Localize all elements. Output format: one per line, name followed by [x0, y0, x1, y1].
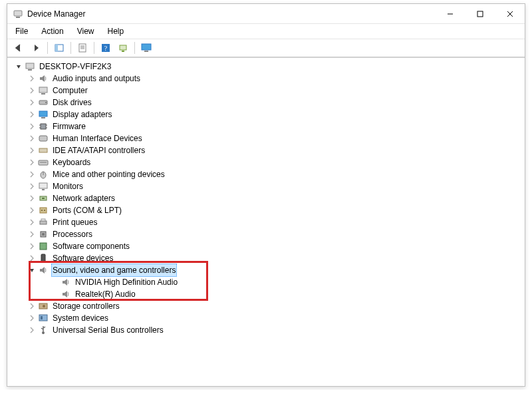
chevron-right-icon[interactable]	[27, 146, 37, 155]
chevron-right-icon[interactable]	[27, 218, 37, 227]
svg-point-43	[44, 210, 45, 211]
tree-category[interactable]: IDE ATA/ATAPI controllers	[11, 144, 521, 156]
tree-category[interactable]: Software components	[11, 240, 521, 252]
tree-category-label: Network adapters	[51, 192, 116, 204]
chevron-right-icon[interactable]	[27, 182, 37, 191]
menu-help[interactable]: Help	[102, 25, 130, 37]
tree-category[interactable]: Monitors	[11, 180, 521, 192]
maximize-button[interactable]	[465, 4, 495, 24]
chevron-right-icon[interactable]	[27, 325, 37, 335]
svg-point-54	[42, 331, 45, 334]
properties-button[interactable]	[75, 41, 90, 55]
chevron-right-icon[interactable]	[27, 86, 37, 95]
svg-rect-24	[39, 111, 47, 116]
tree-category[interactable]: Mice and other pointing devices	[11, 168, 521, 180]
tree-category[interactable]: Ports (COM & LPT)	[11, 204, 521, 216]
svg-rect-20	[39, 87, 47, 93]
svg-rect-25	[41, 117, 45, 118]
svg-rect-53	[41, 316, 43, 319]
chevron-right-icon[interactable]	[27, 230, 37, 239]
tree-category[interactable]: System devices	[11, 312, 521, 324]
menu-action[interactable]: Action	[36, 25, 68, 37]
forward-button[interactable]	[29, 41, 43, 55]
svg-rect-40	[42, 198, 45, 199]
category-icon	[38, 205, 49, 216]
tree-category[interactable]: Audio inputs and outputs	[11, 73, 521, 85]
menu-file[interactable]: File	[10, 25, 33, 37]
chevron-right-icon[interactable]	[27, 170, 37, 179]
tree-category-label: IDE ATA/ATAPI controllers	[51, 144, 146, 156]
tree-category[interactable]: Network adapters	[11, 192, 521, 204]
tree-category-label: System devices	[51, 312, 110, 324]
tree-category[interactable]: Storage controllers	[11, 300, 521, 312]
chevron-right-icon[interactable]	[27, 74, 37, 83]
tree-device-label: Realtek(R) Audio	[74, 288, 137, 300]
tree-category[interactable]: Print queues	[11, 216, 521, 228]
tree-category[interactable]: Sound, video and game controllers	[11, 264, 521, 276]
tree-device[interactable]: NVIDIA High Definition Audio	[11, 276, 521, 288]
monitor-icon-button[interactable]	[139, 41, 154, 55]
category-icon	[38, 253, 49, 264]
svg-rect-44	[40, 221, 47, 224]
tree-category[interactable]: Firmware	[11, 120, 521, 132]
chevron-right-icon[interactable]	[27, 206, 37, 215]
chevron-right-icon[interactable]	[27, 158, 37, 167]
category-icon	[38, 193, 49, 204]
tree-category[interactable]: Computer	[11, 85, 521, 97]
tree-root[interactable]: DESKTOP-VFIF2K3	[11, 61, 521, 73]
back-button[interactable]	[11, 41, 26, 55]
tree-category-label: Firmware	[51, 120, 87, 132]
scan-hardware-button[interactable]	[116, 41, 130, 55]
tree-category[interactable]: Keyboards	[11, 156, 521, 168]
chevron-right-icon[interactable]	[27, 98, 37, 107]
device-tree[interactable]: DESKTOP-VFIF2K3Audio inputs and outputsC…	[7, 59, 525, 337]
tree-category[interactable]: Processors	[11, 228, 521, 240]
svg-rect-48	[40, 243, 47, 250]
tree-device-label: NVIDIA High Definition Audio	[74, 276, 179, 288]
chevron-right-icon[interactable]	[27, 194, 37, 203]
help-button[interactable]: ?	[98, 41, 113, 55]
show-hide-console-tree-button[interactable]	[52, 41, 66, 55]
chevron-right-icon[interactable]	[27, 242, 37, 251]
close-button[interactable]	[495, 4, 525, 24]
category-icon	[38, 217, 49, 228]
menu-view[interactable]: View	[72, 25, 100, 37]
chevron-right-icon[interactable]	[27, 301, 37, 311]
tree-category[interactable]: Software devices	[11, 252, 521, 264]
svg-point-23	[45, 102, 47, 103]
tree-category-label: Audio inputs and outputs	[51, 73, 142, 85]
computer-icon	[25, 61, 35, 72]
svg-rect-38	[42, 189, 45, 190]
tree-device[interactable]: Realtek(R) Audio	[11, 288, 521, 300]
svg-rect-49	[41, 254, 45, 262]
tree-category-label: Disk drives	[51, 97, 93, 108]
chevron-right-icon[interactable]	[27, 254, 37, 263]
tree-category[interactable]: Disk drives	[11, 97, 521, 108]
chevron-right-icon[interactable]	[27, 134, 37, 143]
tree-root-label: DESKTOP-VFIF2K3	[38, 61, 112, 73]
svg-rect-52	[39, 315, 47, 321]
chevron-down-icon[interactable]	[27, 266, 37, 275]
tree-category-label: Software devices	[51, 252, 114, 264]
category-icon	[38, 241, 49, 252]
tree-category-label: Display adapters	[51, 108, 113, 120]
category-icon	[38, 85, 49, 96]
svg-rect-15	[122, 51, 124, 52]
chevron-right-icon[interactable]	[27, 313, 37, 323]
svg-rect-7	[55, 45, 58, 51]
tree-category-label: Mice and other pointing devices	[51, 168, 166, 180]
category-icon	[38, 301, 49, 311]
tree-category[interactable]: Human Interface Devices	[11, 132, 521, 144]
tree-category-label: Computer	[51, 85, 89, 97]
category-icon	[38, 325, 49, 335]
tree-category[interactable]: Display adapters	[11, 108, 521, 120]
chevron-right-icon[interactable]	[27, 122, 37, 131]
chevron-down-icon[interactable]	[14, 62, 23, 71]
minimize-button[interactable]	[435, 4, 465, 24]
chevron-right-icon[interactable]	[27, 110, 37, 119]
tree-category-label: Print queues	[51, 216, 98, 228]
tree-category[interactable]: Universal Serial Bus controllers	[11, 324, 521, 336]
tree-category-label: Human Interface Devices	[51, 132, 144, 144]
menubar: File Action View Help	[7, 24, 525, 39]
window-controls	[435, 4, 525, 24]
